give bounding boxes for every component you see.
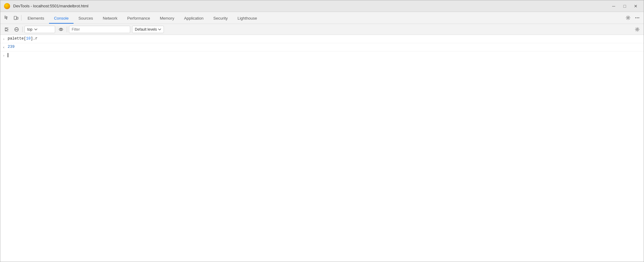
tab-memory[interactable]: Memory	[155, 13, 179, 24]
eye-icon	[59, 27, 63, 32]
console-input-text-1: palette[10].r	[8, 36, 641, 41]
inspect-icon	[4, 15, 9, 20]
svg-point-12	[60, 29, 62, 30]
svg-point-5	[637, 17, 638, 18]
levels-dropdown[interactable]: Default levels	[132, 26, 164, 33]
svg-point-2	[15, 19, 16, 20]
levels-arrow-icon	[158, 28, 161, 31]
ellipsis-icon	[635, 15, 640, 20]
title-bar-controls: ─ □ ✕	[609, 3, 640, 9]
tab-network[interactable]: Network	[98, 13, 123, 24]
devtools-window: DevTools - localhost:5501/mandelbrot.htm…	[0, 0, 644, 262]
console-cursor	[8, 53, 8, 57]
input-chevron-1: ›	[3, 36, 6, 42]
svg-point-4	[635, 17, 636, 18]
run-button[interactable]	[3, 25, 11, 33]
maximize-button[interactable]: □	[620, 3, 629, 9]
console-toolbar-divider-2	[67, 27, 67, 32]
toolbar-divider	[21, 15, 21, 21]
clear-icon	[14, 27, 19, 32]
levels-label: Default levels	[135, 27, 157, 32]
tab-security[interactable]: Security	[208, 13, 233, 24]
console-input-line-1: › palette[10].r	[0, 35, 644, 43]
clear-console-button[interactable]	[13, 25, 21, 33]
tab-lighthouse[interactable]: Lighthouse	[233, 13, 262, 24]
tab-performance[interactable]: Performance	[122, 13, 155, 24]
console-output: › palette[10].r ‹ 239 ›	[0, 35, 644, 262]
tab-row: Elements Console Sources Network Perform…	[0, 12, 644, 24]
toolbar-right-icons	[624, 14, 641, 22]
dropdown-arrow-icon	[34, 28, 37, 31]
svg-point-3	[627, 17, 629, 19]
minimize-button[interactable]: ─	[609, 3, 618, 9]
tab-elements[interactable]: Elements	[23, 13, 49, 24]
context-value: top	[27, 27, 32, 32]
devtools-icon	[4, 3, 10, 9]
svg-point-11	[59, 28, 63, 31]
tab-console[interactable]: Console	[49, 13, 74, 24]
tabs-area: Elements Console Sources Network Perform…	[0, 12, 644, 24]
filter-input[interactable]	[69, 26, 130, 33]
device-icon	[13, 15, 18, 20]
svg-rect-1	[17, 17, 18, 19]
close-button[interactable]: ✕	[631, 3, 640, 9]
console-result-line-1: ‹ 239	[0, 43, 644, 51]
svg-point-6	[638, 17, 639, 18]
console-toolbar-divider-1	[22, 27, 23, 32]
console-toolbar: top Default levels	[0, 24, 644, 35]
console-settings-button[interactable]	[633, 25, 641, 33]
console-prompt-line[interactable]: ›	[0, 51, 644, 59]
toolbar-left-icons	[3, 14, 21, 22]
console-gear-icon	[635, 27, 640, 32]
title-bar-text: DevTools - localhost:5501/mandelbrot.htm…	[13, 4, 606, 8]
console-result-text-1: 239	[8, 44, 15, 50]
play-icon	[4, 27, 9, 32]
gear-icon	[626, 15, 631, 20]
result-chevron-1: ‹	[3, 44, 6, 50]
live-expressions-button[interactable]	[57, 25, 65, 33]
device-toggle-button[interactable]	[12, 14, 20, 22]
svg-point-13	[637, 28, 638, 30]
console-index: 10	[26, 36, 31, 41]
inspect-element-button[interactable]	[3, 14, 11, 22]
tab-sources[interactable]: Sources	[74, 13, 98, 24]
tab-application[interactable]: Application	[179, 13, 209, 24]
context-selector[interactable]: top	[25, 26, 55, 33]
title-bar: DevTools - localhost:5501/mandelbrot.htm…	[0, 0, 644, 12]
more-button[interactable]	[633, 14, 641, 22]
nav-tabs: Elements Console Sources Network Perform…	[23, 12, 624, 24]
prompt-chevron: ›	[3, 52, 6, 59]
settings-button[interactable]	[624, 14, 632, 22]
